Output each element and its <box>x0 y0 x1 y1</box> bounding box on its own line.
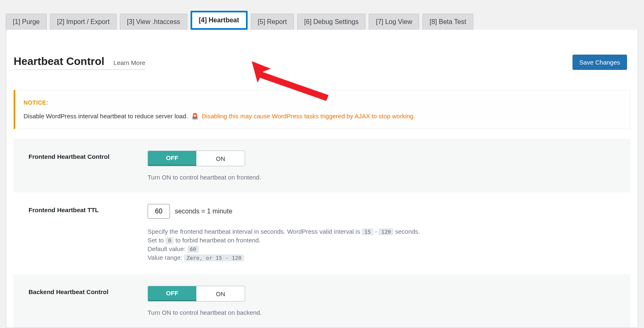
frontend-ttl-min-chip: 15 <box>362 228 373 235</box>
frontend-ttl-desc2b: to forbid heartbeat on frontend. <box>175 237 260 244</box>
setting-backend-control: Backend Heartbeat Control OFF ON Turn ON… <box>14 274 630 328</box>
page-title: Heartbeat Control <box>14 55 105 68</box>
frontend-control-toggle[interactable]: OFF ON <box>148 151 245 166</box>
setting-label-backend-control: Backend Heartbeat Control <box>29 286 139 316</box>
setting-frontend-control: Frontend Heartbeat Control OFF ON Turn O… <box>14 139 630 192</box>
tab-heartbeat[interactable]: [4] Heartbeat <box>191 11 248 30</box>
setting-label-frontend-ttl: Frontend Heartbeat TTL <box>29 204 139 263</box>
setting-frontend-ttl: Frontend Heartbeat TTL seconds = 1 minut… <box>14 192 630 274</box>
warning-icon: 🚨 <box>191 113 198 120</box>
frontend-ttl-unit: seconds = 1 minute <box>175 208 232 215</box>
frontend-ttl-max-chip: 120 <box>379 228 393 235</box>
notice-box: NOTICE: Disable WordPress interval heart… <box>14 90 630 129</box>
setting-label-frontend-control: Frontend Heartbeat Control <box>29 151 139 181</box>
frontend-ttl-desc-zero: Set to 0 to forbid heartbeat on frontend… <box>148 237 615 244</box>
notice-body: Disable WordPress interval heartbeat to … <box>24 113 188 120</box>
backend-control-off[interactable]: OFF <box>148 286 196 301</box>
frontend-control-off[interactable]: OFF <box>148 151 196 166</box>
tab-log-view[interactable]: [7] Log View <box>369 14 419 30</box>
backend-control-help: Turn ON to control heartbeat on backend. <box>148 309 615 316</box>
save-changes-button[interactable]: Save Changes <box>572 55 627 70</box>
notice-title: NOTICE: <box>24 99 622 106</box>
learn-more-link[interactable]: Learn More <box>114 59 145 66</box>
frontend-ttl-dash: - <box>375 228 377 235</box>
frontend-ttl-desc-interval: Specify the frontend heartbeat interval … <box>148 228 615 235</box>
frontend-ttl-input[interactable] <box>148 204 170 219</box>
tab-beta-test[interactable]: [8] Beta Test <box>422 14 473 30</box>
frontend-ttl-range-label: Value range: <box>148 254 182 261</box>
frontend-ttl-desc2a: Set to <box>148 237 164 244</box>
notice-text: Disable WordPress interval heartbeat to … <box>24 113 622 120</box>
tab-view-htaccess[interactable]: [3] View .htaccess <box>120 14 187 30</box>
tab-debug-settings[interactable]: [6] Debug Settings <box>297 14 366 30</box>
frontend-ttl-desc1b: seconds. <box>395 228 420 235</box>
frontend-ttl-default-chip: 60 <box>187 246 199 253</box>
frontend-ttl-default: Default value: 60 <box>148 245 615 252</box>
tab-bar: [1] Purge [2] Import / Export [3] View .… <box>0 0 644 30</box>
backend-control-on[interactable]: ON <box>196 286 245 301</box>
tab-purge[interactable]: [1] Purge <box>6 14 47 30</box>
frontend-ttl-desc1a: Specify the frontend heartbeat interval … <box>148 228 360 235</box>
frontend-control-help: Turn ON to control heartbeat on frontend… <box>148 174 615 181</box>
frontend-control-on[interactable]: ON <box>196 151 245 166</box>
frontend-ttl-range-chip: Zero, or 15 - 120 <box>184 254 244 261</box>
frontend-ttl-range: Value range: Zero, or 15 - 120 <box>148 254 615 261</box>
frontend-ttl-default-label: Default value: <box>148 245 186 252</box>
tab-report[interactable]: [5] Report <box>251 14 294 30</box>
tab-import-export[interactable]: [2] Import / Export <box>50 14 117 30</box>
frontend-ttl-zero-chip: 0 <box>165 237 174 244</box>
notice-warning: Disabling this may cause WordPress tasks… <box>202 113 415 120</box>
backend-control-toggle[interactable]: OFF ON <box>148 286 245 302</box>
content-panel: Heartbeat Control Learn More Save Change… <box>6 30 638 328</box>
